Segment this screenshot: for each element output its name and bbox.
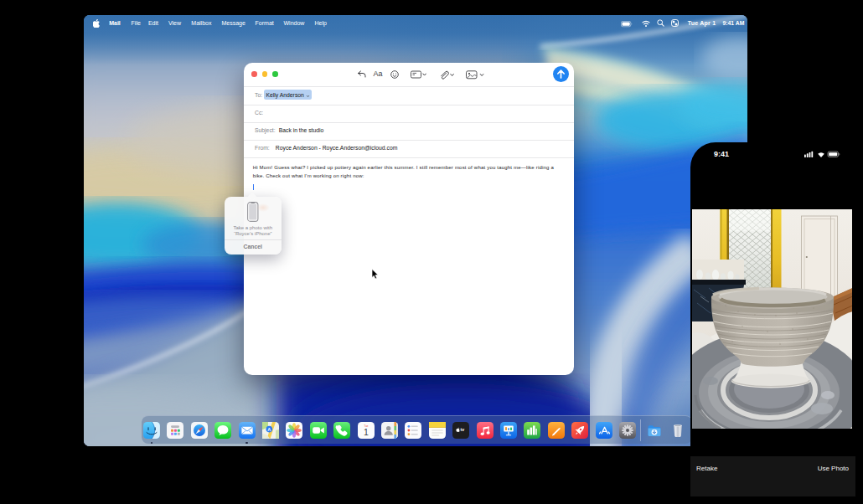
svg-text:1: 1 xyxy=(364,427,369,437)
svg-text:tv: tv xyxy=(461,427,465,432)
svg-text:A: A xyxy=(267,427,271,432)
